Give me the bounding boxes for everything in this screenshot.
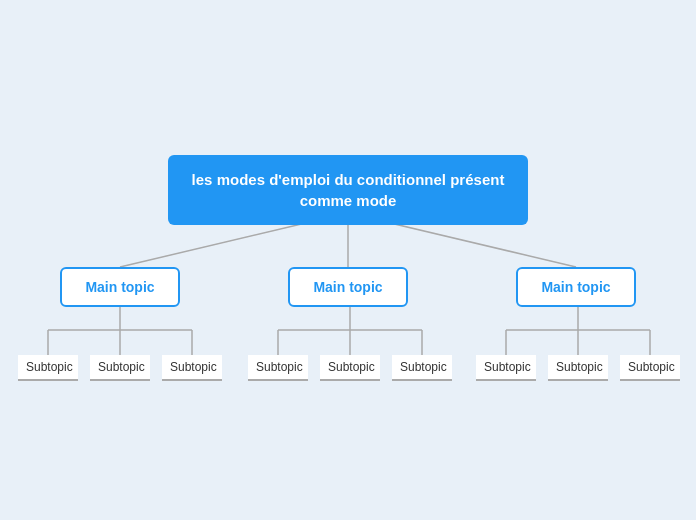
subtopic-center-3-label: Subtopic — [400, 360, 447, 374]
subtopic-right-1[interactable]: Subtopic — [476, 355, 536, 381]
subtopic-left-2-label: Subtopic — [98, 360, 145, 374]
subtopic-center-2-label: Subtopic — [328, 360, 375, 374]
main-topic-center[interactable]: Main topic — [288, 267, 408, 307]
subtopic-left-1-label: Subtopic — [26, 360, 73, 374]
subtopic-left-3-label: Subtopic — [170, 360, 217, 374]
subtopic-right-3-label: Subtopic — [628, 360, 675, 374]
main-topic-right-label: Main topic — [541, 279, 610, 295]
main-topic-right[interactable]: Main topic — [516, 267, 636, 307]
subtopic-left-2[interactable]: Subtopic — [90, 355, 150, 381]
subtopic-right-3[interactable]: Subtopic — [620, 355, 680, 381]
subtopic-center-1[interactable]: Subtopic — [248, 355, 308, 381]
subtopic-right-2[interactable]: Subtopic — [548, 355, 608, 381]
main-topic-left-label: Main topic — [85, 279, 154, 295]
root-label: les modes d'emploi du conditionnel prése… — [192, 171, 505, 209]
subtopic-right-1-label: Subtopic — [484, 360, 531, 374]
mind-map: les modes d'emploi du conditionnel prése… — [0, 0, 696, 520]
subtopic-center-1-label: Subtopic — [256, 360, 303, 374]
subtopic-left-3[interactable]: Subtopic — [162, 355, 222, 381]
subtopic-left-1[interactable]: Subtopic — [18, 355, 78, 381]
connector-lines — [0, 0, 696, 520]
main-topic-left[interactable]: Main topic — [60, 267, 180, 307]
subtopic-center-2[interactable]: Subtopic — [320, 355, 380, 381]
main-topic-center-label: Main topic — [313, 279, 382, 295]
subtopic-right-2-label: Subtopic — [556, 360, 603, 374]
subtopic-center-3[interactable]: Subtopic — [392, 355, 452, 381]
root-node[interactable]: les modes d'emploi du conditionnel prése… — [168, 155, 528, 225]
